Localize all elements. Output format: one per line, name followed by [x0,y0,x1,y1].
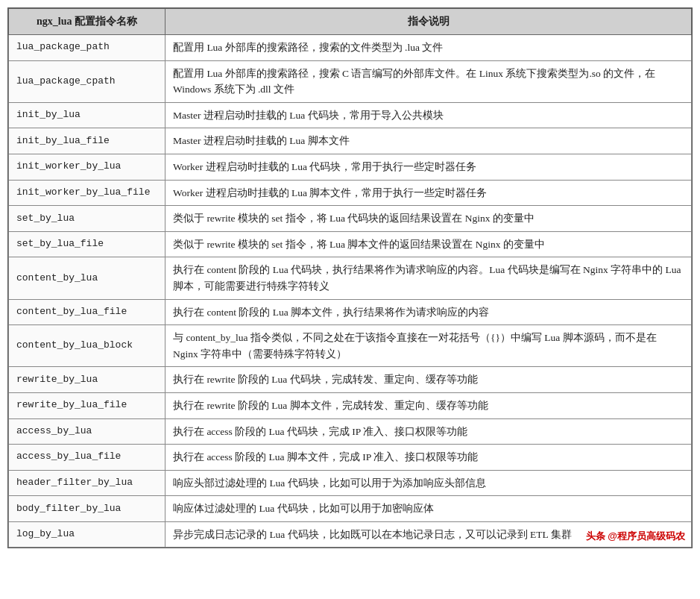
col2-header: 指令说明 [165,9,692,35]
table-row: init_by_lua_fileMaster 进程启动时挂载的 Lua 脚本文件 [9,128,692,154]
directive-desc: Master 进程启动时挂载的 Lua 代码块，常用于导入公共模块 [165,102,692,128]
table-row: log_by_lua异步完成日志记录的 Lua 代码块，比如既可以在本地记录日志… [9,521,692,548]
directive-name: access_by_lua [9,418,165,445]
table-row: set_by_lua_file类似于 rewrite 模块的 set 指令，将 … [9,231,692,257]
directive-desc: Master 进程启动时挂载的 Lua 脚本文件 [165,128,692,154]
main-table-container: ngx_lua 配置指令名称 指令说明 lua_package_path配置用 … [7,7,693,548]
directive-name: set_by_lua [9,206,165,232]
table-row: rewrite_by_lua_file执行在 rewrite 阶段的 Lua 脚… [9,392,692,418]
directive-desc: 配置用 Lua 外部库的搜索路径，搜索 C 语言编写的外部库文件。在 Linux… [165,60,692,102]
directive-name: set_by_lua_file [9,231,165,257]
directive-desc: 执行在 content 阶段的 Lua 脚本文件，执行结果将作为请求响应的内容 [165,299,692,325]
directive-desc: 异步完成日志记录的 Lua 代码块，比如既可以在本地记录日志，又可以记录到 ET… [165,521,692,548]
table-row: header_filter_by_lua响应头部过滤处理的 Lua 代码块，比如… [9,470,692,496]
table-row: access_by_lua_file执行在 access 阶段的 Lua 脚本文… [9,445,692,471]
table-row: lua_package_cpath配置用 Lua 外部库的搜索路径，搜索 C 语… [9,60,692,102]
directive-name: access_by_lua_file [9,445,165,471]
table-row: init_worker_by_luaWorker 进程启动时挂载的 Lua 代码… [9,154,692,180]
config-table: ngx_lua 配置指令名称 指令说明 lua_package_path配置用 … [8,8,692,548]
directive-name: init_worker_by_lua [9,154,165,180]
directive-name: init_worker_by_lua_file [9,180,165,206]
directive-name: lua_package_path [9,35,165,61]
table-row: content_by_lua_block与 content_by_lua 指令类… [9,325,692,367]
directive-desc: 类似于 rewrite 模块的 set 指令，将 Lua 脚本文件的返回结果设置… [165,231,692,257]
directive-name: init_by_lua_file [9,128,165,154]
directive-desc: 类似于 rewrite 模块的 set 指令，将 Lua 代码块的返回结果设置在… [165,206,692,232]
table-row: content_by_lua执行在 content 阶段的 Lua 代码块，执行… [9,257,692,299]
directive-name: rewrite_by_lua [9,367,165,393]
directive-name: content_by_lua_file [9,299,165,325]
col1-header: ngx_lua 配置指令名称 [9,9,165,35]
directive-desc: 配置用 Lua 外部库的搜索路径，搜索的文件类型为 .lua 文件 [165,35,692,61]
directive-name: content_by_lua [9,257,165,299]
directive-desc: 执行在 access 阶段的 Lua 代码块，完成 IP 准入、接口权限等功能 [165,418,692,445]
table-row: init_by_luaMaster 进程启动时挂载的 Lua 代码块，常用于导入… [9,102,692,128]
directive-desc: 执行在 rewrite 阶段的 Lua 代码块，完成转发、重定向、缓存等功能 [165,367,692,393]
directive-name: log_by_lua [9,521,165,548]
directive-name: init_by_lua [9,102,165,128]
directive-name: rewrite_by_lua_file [9,392,165,418]
watermark-text: 头条 @程序员高级码农 [586,529,685,545]
directive-name: content_by_lua_block [9,325,165,367]
directive-desc: 响应体过滤处理的 Lua 代码块，比如可以用于加密响应体 [165,496,692,522]
directive-name: body_filter_by_lua [9,496,165,522]
table-row: lua_package_path配置用 Lua 外部库的搜索路径，搜索的文件类型… [9,35,692,61]
directive-desc: 执行在 content 阶段的 Lua 代码块，执行结果将作为请求响应的内容。L… [165,257,692,299]
table-row: content_by_lua_file执行在 content 阶段的 Lua 脚… [9,299,692,325]
directive-desc: 执行在 access 阶段的 Lua 脚本文件，完成 IP 准入、接口权限等功能 [165,445,692,471]
table-row: rewrite_by_lua执行在 rewrite 阶段的 Lua 代码块，完成… [9,367,692,393]
table-header-row: ngx_lua 配置指令名称 指令说明 [9,9,692,35]
table-row: access_by_lua执行在 access 阶段的 Lua 代码块，完成 I… [9,418,692,445]
table-row: set_by_lua类似于 rewrite 模块的 set 指令，将 Lua 代… [9,206,692,232]
directive-desc: Worker 进程启动时挂载的 Lua 脚本文件，常用于执行一些定时器任务 [165,180,692,206]
table-row: init_worker_by_lua_fileWorker 进程启动时挂载的 L… [9,180,692,206]
directive-name: lua_package_cpath [9,60,165,102]
table-row: body_filter_by_lua响应体过滤处理的 Lua 代码块，比如可以用… [9,496,692,522]
directive-desc: Worker 进程启动时挂载的 Lua 代码块，常用于执行一些定时器任务 [165,154,692,180]
directive-name: header_filter_by_lua [9,470,165,496]
directive-desc: 响应头部过滤处理的 Lua 代码块，比如可以用于为添加响应头部信息 [165,470,692,496]
directive-desc: 执行在 rewrite 阶段的 Lua 脚本文件，完成转发、重定向、缓存等功能 [165,392,692,418]
directive-desc: 与 content_by_lua 指令类似，不同之处在于该指令直接在一对花括号（… [165,325,692,367]
